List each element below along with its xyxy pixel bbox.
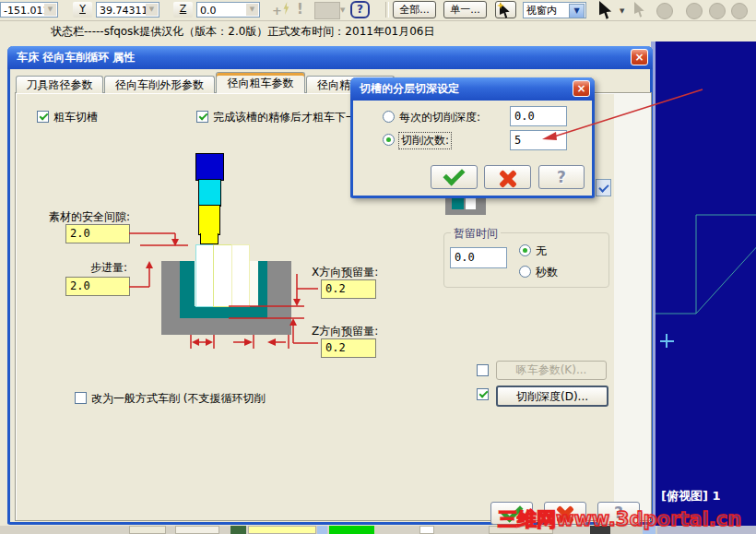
depth-per-cut-radio[interactable] [383, 111, 395, 123]
autocursor-icon[interactable]: + [272, 2, 292, 18]
radio-dot-icon [386, 137, 391, 142]
tab-toolpath-params[interactable]: 刀具路径参数 [16, 76, 103, 93]
cancel-button[interactable] [484, 165, 531, 189]
chevron-down-icon[interactable]: ▼ [246, 4, 258, 16]
toolpath-column [195, 244, 214, 307]
axis-y-button[interactable]: Y [73, 2, 92, 18]
subdialog-titlebar[interactable]: 切槽的分层切深设定 × [350, 77, 595, 101]
tool-insert-graphic [198, 205, 220, 235]
hidden-dropdown-button[interactable] [596, 179, 611, 196]
view-name-label: [俯视图] 1 [661, 488, 720, 504]
dwell-seconds-radio[interactable] [519, 266, 531, 278]
rough-groove-checkbox[interactable] [37, 111, 49, 123]
chevron-down-icon[interactable]: ▼ [146, 4, 158, 16]
x-icon [499, 170, 517, 186]
stock-clearance-field[interactable]: 2.0 [65, 224, 130, 243]
general-mode-checkbox[interactable] [75, 392, 87, 404]
status-text: 状态栏-----sfqosk提供汉化（版本：2.0版）正式发布时间：2011年0… [51, 21, 434, 42]
general-mode-label: 改为一般方式车削 (不支援循环切削 [91, 391, 266, 407]
watermark-text: 三维网www.3dportal.cn [498, 506, 756, 532]
cut-count-field[interactable]: 5 [510, 130, 567, 150]
check-icon [479, 389, 489, 398]
depth-checkbox[interactable] [477, 388, 489, 400]
dwell-none-label: 无 [536, 243, 547, 259]
coord-z-field[interactable]: 0.0 ▼ [196, 2, 260, 18]
check-icon [199, 112, 208, 121]
select-all-button[interactable]: 全部... [393, 1, 436, 18]
pointer-tool-disabled-icon [634, 2, 646, 20]
chevron-down-icon[interactable]: ▼ [620, 7, 624, 15]
x-allowance-field[interactable]: 0.2 [321, 279, 376, 299]
wireframe-geometry [656, 42, 756, 526]
help-icon[interactable]: ? [350, 1, 370, 18]
toolpath-column [231, 244, 250, 307]
stock-clearance-label: 素材的安全间隙: [49, 209, 130, 225]
exclaim-icon[interactable]: ! [297, 1, 303, 18]
radio-dot-icon [523, 248, 527, 253]
tool-tip-graphic [200, 233, 219, 244]
axis-z-button[interactable]: Z [173, 2, 193, 18]
bottom-fragment-box [230, 526, 246, 534]
cut-depth-button[interactable]: 切削深度(D)... [496, 386, 608, 407]
view-scope-value: 视窗内 [526, 5, 557, 17]
finish-before-next-label: 完成该槽的精修后才粗车下一 [213, 110, 357, 125]
cad-viewport[interactable]: [俯视图] 1 [651, 42, 756, 526]
groove-depth-setting-dialog: 切槽的分层切深设定 × 每次的切削深度: 0.0 切削次数: 5 ? [350, 77, 595, 198]
z-allowance-field[interactable]: 0.2 [321, 338, 376, 358]
bottom-fragment-dropdown [317, 526, 327, 534]
cursor-icon [599, 1, 614, 19]
rough-groove-label: 粗车切槽 [53, 110, 98, 125]
toolbar-separator [385, 2, 389, 18]
select-single-button[interactable]: 单一... [443, 1, 487, 18]
cut-count-label: 切削次数: [399, 133, 451, 148]
help-button[interactable]: ? [538, 165, 585, 189]
cut-count-radio[interactable] [383, 134, 395, 146]
dwell-seconds-label: 秒数 [536, 265, 558, 280]
bottom-fragment-green [329, 526, 374, 534]
close-icon[interactable]: × [573, 80, 590, 97]
right-panel-gutter [614, 94, 651, 516]
check-icon [443, 163, 465, 185]
bottom-fragment-box [129, 526, 166, 534]
ok-button[interactable] [431, 165, 478, 189]
tool-shank-graphic [195, 153, 224, 181]
coord-y-field[interactable]: 39.74311 ▼ [96, 2, 159, 18]
dwell-none-radio[interactable] [519, 244, 531, 256]
plus-icon: + [272, 4, 282, 18]
dialog-title: 车床 径向车削循环 属性 [17, 51, 135, 64]
hidden-peck-graphic [445, 196, 486, 215]
depth-per-cut-label: 每次的切削深度: [399, 110, 480, 125]
depth-per-cut-field[interactable]: 0.0 [510, 106, 567, 126]
chevron-down-icon[interactable]: ▼ [44, 4, 56, 16]
view-scope-combobox[interactable]: 视窗内 ▼ [523, 2, 586, 18]
disabled-tool-icon [686, 3, 703, 19]
disabled-tool-icon [731, 3, 748, 19]
coord-x-field[interactable]: -151.011: ▼ [0, 2, 58, 18]
step-amount-field[interactable]: 2.0 [65, 277, 130, 296]
select-cursor-button[interactable] [495, 1, 516, 18]
origin-crosshair-icon [666, 334, 667, 348]
hidden-peck-graphic-teal [452, 198, 464, 209]
tab-radial-shape-params[interactable]: 径向车削外形参数 [104, 76, 215, 93]
tab-radial-rough-params[interactable]: 径向粗车参数 [216, 72, 305, 93]
disabled-tool-icon [709, 3, 726, 19]
dialog-titlebar[interactable]: 车床 径向车削循环 属性 × [7, 46, 653, 69]
bottom-fragment-box [175, 526, 219, 534]
dwell-time-field[interactable]: 0.0 [450, 247, 507, 268]
tool-holder-graphic [198, 179, 221, 207]
step-amount-label: 步进量: [90, 260, 127, 276]
app-screen: -151.011: ▼ Y 39.74311 ▼ Z 0.0 ▼ + ! ▼ ?… [0, 0, 756, 534]
peck-params-button: 啄车参数(K)... [496, 361, 607, 380]
hidden-peck-graphic-white [466, 198, 476, 209]
pointer-tool-icon[interactable] [599, 1, 614, 22]
bottom-fragment-box [419, 526, 434, 534]
chevron-down-icon[interactable]: ▼ [340, 6, 345, 14]
z-allowance-label: Z方向预留量: [312, 324, 378, 339]
chevron-down-icon[interactable]: ▼ [569, 4, 585, 18]
finish-before-next-checkbox[interactable] [196, 111, 208, 123]
subdialog-title: 切槽的分层切深设定 [360, 82, 459, 95]
peck-checkbox[interactable] [477, 364, 489, 376]
x-allowance-label: X方向预留量: [312, 265, 378, 280]
close-icon[interactable]: × [631, 49, 648, 65]
dwell-title: 暂留时间 [451, 226, 501, 242]
